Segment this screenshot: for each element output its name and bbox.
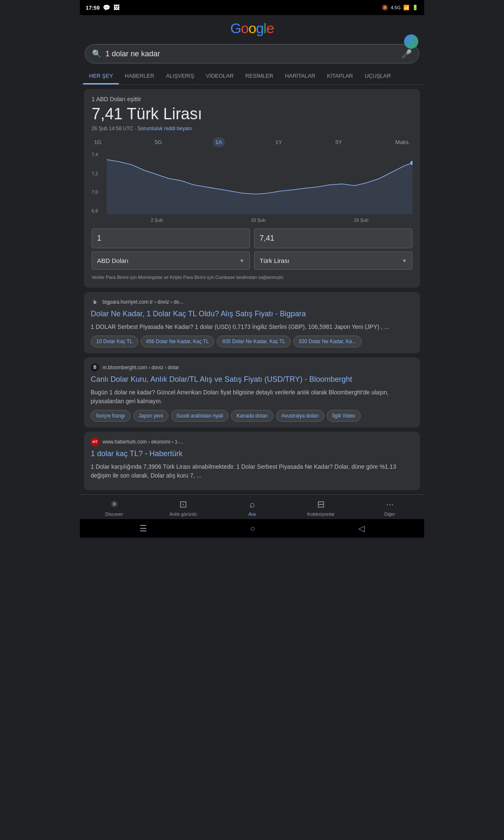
google-logo: Google — [87, 20, 417, 37]
nav-ara[interactable]: ⌕ Ara — [218, 499, 286, 517]
snapshot-icon: ⊡ — [179, 499, 187, 510]
network-icon: 4.5G — [391, 5, 401, 10]
source-url-1: bigpara.hurriyet.com.tr › doviz › do... — [102, 299, 184, 305]
search-icon: 🔍 — [92, 49, 101, 58]
chip-vid[interactable]: İlgili Video — [327, 410, 360, 422]
signal-icon: 📶 — [403, 5, 410, 10]
source-url-2: m.bloomberght.com › doviz › dolar — [102, 365, 179, 370]
chip-0[interactable]: 10 Dolar Kaç TL — [91, 336, 138, 347]
status-time: 17:59 💬 🖼 — [86, 4, 119, 11]
to-currency-group: Türk Lirası ▼ — [254, 228, 412, 270]
currency-chart: 7,4 7,2 7,0 6,8 — [92, 151, 412, 214]
status-bar: 17:59 💬 🖼 🔕 4.5G 📶 🔋 — [80, 0, 424, 15]
collections-icon: ⊟ — [317, 499, 325, 510]
tab-kitaplar[interactable]: KİTAPLAR — [321, 68, 359, 84]
chip-3[interactable]: 320 Dolar Ne Kadar, Ka... — [293, 336, 362, 347]
result-snippet-2: Bugün 1 dolar ne kadar? Güncel Amerikan … — [91, 388, 413, 406]
favicon-bigpara: b — [91, 298, 99, 306]
time-btn-1y[interactable]: 1Y — [273, 137, 285, 147]
status-icons: 🔕 4.5G 📶 🔋 — [382, 5, 418, 10]
tab-videolar[interactable]: VİDEOLAR — [200, 68, 239, 84]
header: Google — [80, 15, 424, 40]
result-snippet-3: 1 Dolar karşılığında 7,3906 Türk Lirası … — [91, 462, 413, 480]
tab-haritalar[interactable]: HARİTALAR — [279, 68, 321, 84]
home-indicator: ☰ ○ ◁ — [80, 519, 424, 538]
nav-diger-label: Diğer — [384, 512, 395, 517]
time-btn-5g[interactable]: 5G — [152, 137, 164, 147]
battery-icon: 🔋 — [412, 5, 418, 10]
result-source-3: HT www.haberturk.com › ekonomi › 1-... — [91, 438, 413, 446]
back-button[interactable]: ◁ — [358, 523, 365, 533]
data-source-text: Veriler Para Birimi için Morningstar ve … — [92, 274, 412, 281]
time-period-buttons: 1G 5G 1A 1Y 5Y Maks. — [92, 137, 412, 147]
source-url-3: www.haberturk.com › ekonomi › 1-... — [102, 439, 184, 445]
time-btn-1g[interactable]: 1G — [92, 137, 104, 147]
microphone-icon[interactable]: 🎤 — [402, 49, 412, 59]
result-title-2[interactable]: Canlı Dolar Kuru, Anlık Dolar/TL Alış ve… — [91, 374, 413, 385]
result-title-3[interactable]: 1 dolar kaç TL? - Habertürk — [91, 449, 413, 459]
chart-svg-area — [107, 151, 412, 214]
avatar[interactable] — [404, 34, 418, 49]
currency-timestamp: 26 Şub 14:58 UTC · Sorumluluk reddi beya… — [92, 126, 412, 131]
from-currency-select[interactable]: ABD Doları ▼ — [92, 252, 250, 270]
from-amount-input[interactable] — [92, 228, 250, 248]
result-source-2: B m.bloomberght.com › doviz › dolar — [91, 363, 413, 372]
currency-value: 7,41 Türk Lirası — [92, 105, 412, 123]
chip-sau[interactable]: Suudi arabistan riyali — [171, 410, 228, 422]
to-amount-input[interactable] — [254, 228, 412, 248]
time-btn-1a[interactable]: 1A — [213, 137, 225, 147]
chart-x-labels: 2 Şub 10 Şub 19 Şub — [107, 218, 412, 223]
time-btn-maks[interactable]: Maks. — [393, 137, 412, 147]
to-currency-select[interactable]: Türk Lirası ▼ — [254, 252, 412, 270]
result-chips-1: 10 Dolar Kaç TL 456 Dolar Ne Kadar, Kaç … — [91, 336, 413, 347]
disclaimer-link[interactable]: Sorumluluk reddi beyanı — [137, 126, 192, 131]
home-button[interactable]: ○ — [250, 524, 255, 533]
result-chips-2: İsviçre frangı Japon yeni Suudi arabista… — [91, 410, 413, 422]
chip-1[interactable]: 456 Dolar Ne Kadar, Kaç TL — [141, 336, 215, 347]
nav-anlik[interactable]: ⊡ Anlık görüntü — [149, 499, 218, 517]
result-title-1[interactable]: Dolar Ne Kadar, 1 Dolar Kaç TL Oldu? Alı… — [91, 309, 413, 319]
chart-y-labels: 7,4 7,2 7,0 6,8 — [92, 151, 106, 214]
gallery-icon: 🖼 — [113, 4, 119, 11]
search-result-1: b bigpara.hurriyet.com.tr › doviz › do..… — [84, 292, 420, 353]
search-tabs: HER ŞEY HABERLER ALIŞVERİŞ VİDEOLAR RESİ… — [80, 68, 424, 85]
nav-koleksiyonlar[interactable]: ⊟ Koleksiyonlar — [286, 499, 355, 517]
favicon-bloomberg: B — [91, 363, 99, 372]
nav-diger[interactable]: ··· Diğer — [355, 499, 424, 517]
whatsapp-icon: 💬 — [103, 4, 110, 11]
recent-apps-button[interactable]: ☰ — [139, 523, 147, 533]
discover-icon: ✳ — [110, 499, 118, 510]
time-btn-5y[interactable]: 5Y — [333, 137, 344, 147]
more-icon: ··· — [386, 499, 394, 510]
tab-haberler[interactable]: HABERLER — [119, 68, 160, 84]
chip-isv[interactable]: İsviçre frangı — [91, 410, 131, 422]
nav-ara-label: Ara — [248, 512, 255, 517]
time-display: 17:59 — [86, 5, 100, 11]
result-snippet-1: 1 DOLAR Serbest Piyasada Ne Kadar? 1 dol… — [91, 323, 413, 331]
tab-her-sey[interactable]: HER ŞEY — [83, 68, 119, 84]
result-source-1: b bigpara.hurriyet.com.tr › doviz › do..… — [91, 298, 413, 306]
nav-discover[interactable]: ✳ Discover — [80, 499, 149, 517]
search-query[interactable]: 1 dolar ne kadar — [105, 50, 402, 58]
from-currency-dropdown-icon: ▼ — [239, 258, 244, 264]
search-bar[interactable]: 🔍 1 dolar ne kadar 🎤 — [85, 44, 419, 63]
search-result-3: HT www.haberturk.com › ekonomi › 1-... 1… — [84, 432, 420, 490]
nav-anlik-label: Anlık görüntü — [170, 512, 197, 517]
favicon-haberturk: HT — [91, 438, 99, 446]
to-currency-dropdown-icon: ▼ — [402, 258, 407, 264]
bottom-navigation: ✳ Discover ⊡ Anlık görüntü ⌕ Ara ⊟ Kolek… — [80, 494, 424, 519]
chip-kan[interactable]: Kanada doları — [231, 410, 273, 422]
currency-converter: ABD Doları ▼ Türk Lirası ▼ — [92, 228, 412, 270]
search-nav-icon: ⌕ — [249, 499, 255, 510]
currency-card: 1 ABD Doları eşittir 7,41 Türk Lirası 26… — [84, 89, 420, 288]
mute-icon: 🔕 — [382, 5, 388, 10]
from-currency-group: ABD Doları ▼ — [92, 228, 250, 270]
tab-ucuslar[interactable]: UÇUŞLAR — [359, 68, 396, 84]
chip-jap[interactable]: Japon yeni — [133, 410, 168, 422]
nav-discover-label: Discover — [105, 512, 123, 517]
currency-equals-text: 1 ABD Doları eşittir — [92, 96, 412, 102]
tab-alisveris[interactable]: ALIŞVERİŞ — [160, 68, 200, 84]
tab-resimler[interactable]: RESİMLER — [239, 68, 279, 84]
chip-aus[interactable]: Avustralya doları — [276, 410, 324, 422]
chip-2[interactable]: 835 Dolar Ne Kadar, Kaç TL — [217, 336, 291, 347]
